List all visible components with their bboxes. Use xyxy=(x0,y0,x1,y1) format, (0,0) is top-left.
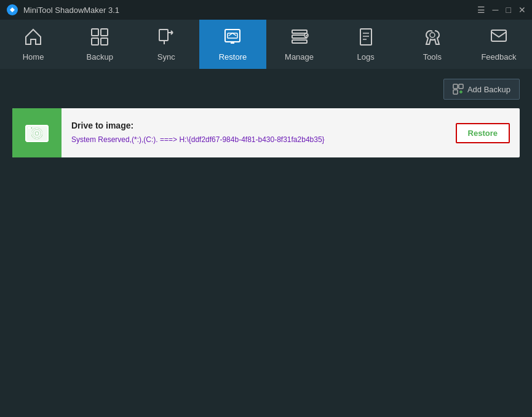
manage-icon xyxy=(290,27,309,50)
feedback-label: Feedback xyxy=(481,52,516,62)
svg-point-16 xyxy=(430,33,435,38)
svg-point-30 xyxy=(36,132,39,135)
backup-label: Backup xyxy=(87,52,113,62)
svg-rect-18 xyxy=(453,84,458,89)
backup-card-icon-area xyxy=(12,108,62,157)
svg-rect-3 xyxy=(92,38,98,45)
content-area: Add Backup Drive to image: System Reserv… xyxy=(0,69,532,167)
backup-card-body: Drive to image: System Reserved,(*:),(C:… xyxy=(62,114,446,151)
nav-bar: Home Backup Sync xyxy=(0,20,532,69)
feedback-icon xyxy=(489,27,509,50)
restore-button[interactable]: Restore xyxy=(456,123,510,143)
svg-rect-31 xyxy=(27,127,31,129)
sync-label: Sync xyxy=(157,52,175,62)
backup-card-title: Drive to image: xyxy=(71,121,436,130)
sidebar-item-backup[interactable]: Backup xyxy=(66,20,133,69)
action-bar: Add Backup xyxy=(12,79,520,100)
backup-card-path: System Reserved,(*:),(C:). ===> H:\{ddf2… xyxy=(71,134,436,145)
sidebar-item-tools[interactable]: Tools xyxy=(399,20,466,69)
close-button[interactable]: ✕ xyxy=(518,6,526,14)
backup-card-actions: Restore xyxy=(446,123,520,143)
tools-icon xyxy=(423,27,442,50)
sidebar-item-manage[interactable]: Manage xyxy=(266,20,333,69)
manage-label: Manage xyxy=(285,52,314,62)
restore-label: Restore xyxy=(219,52,247,62)
logs-label: Logs xyxy=(357,52,375,62)
drive-icon xyxy=(23,119,50,146)
sidebar-item-sync[interactable]: Sync xyxy=(133,20,199,69)
add-backup-icon xyxy=(453,84,464,95)
home-icon xyxy=(23,27,43,50)
title-bar: MiniTool ShadowMaker 3.1 ☰ ─ □ ✕ xyxy=(0,0,532,20)
svg-rect-17 xyxy=(491,30,506,41)
svg-rect-8 xyxy=(292,30,307,33)
window-controls: ☰ ─ □ ✕ xyxy=(477,6,526,14)
svg-rect-10 xyxy=(292,40,307,43)
svg-rect-1 xyxy=(92,29,98,36)
logs-icon xyxy=(356,27,376,50)
tools-label: Tools xyxy=(423,52,442,62)
svg-rect-19 xyxy=(459,84,463,89)
sidebar-item-home[interactable]: Home xyxy=(0,20,66,69)
svg-rect-20 xyxy=(453,90,458,94)
app-logo xyxy=(6,4,18,16)
sidebar-item-restore[interactable]: Restore xyxy=(199,20,266,69)
sidebar-item-logs[interactable]: Logs xyxy=(333,20,399,69)
svg-rect-4 xyxy=(101,38,108,45)
backup-icon xyxy=(90,27,109,50)
svg-rect-2 xyxy=(101,29,108,36)
sidebar-item-feedback[interactable]: Feedback xyxy=(466,20,532,69)
app-title: MiniTool ShadowMaker 3.1 xyxy=(23,6,477,15)
home-label: Home xyxy=(23,52,44,62)
sync-icon xyxy=(156,27,176,50)
maximize-button[interactable]: □ xyxy=(506,6,511,14)
add-backup-label: Add Backup xyxy=(467,85,510,94)
backup-card: Drive to image: System Reserved,(*:),(C:… xyxy=(12,108,520,157)
add-backup-button[interactable]: Add Backup xyxy=(443,79,520,100)
restore-icon xyxy=(223,27,242,50)
menu-button[interactable]: ☰ xyxy=(477,6,485,14)
svg-rect-12 xyxy=(360,29,371,45)
svg-rect-5 xyxy=(159,30,168,41)
minimize-button[interactable]: ─ xyxy=(493,6,499,14)
